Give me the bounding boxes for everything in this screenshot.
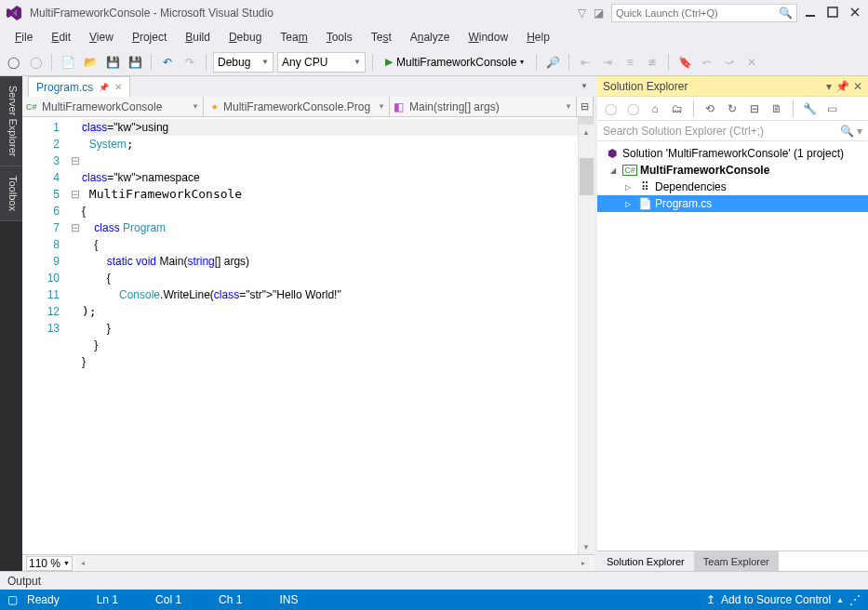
quick-launch-field[interactable] (616, 7, 779, 19)
find-combo[interactable]: 🔎 (543, 53, 562, 72)
scroll-up-arrow[interactable]: ▲ (579, 125, 594, 139)
close-button[interactable] (849, 7, 862, 20)
chevron-down-icon: ▼ (565, 102, 572, 111)
notifications-icon[interactable]: ▽ (578, 7, 586, 20)
indent-more-button[interactable]: ⇥ (598, 53, 617, 72)
vertical-scrollbar[interactable]: ▲ ▼ (578, 117, 594, 554)
window-controls (805, 7, 862, 20)
code-text[interactable]: class="kw">using System; class="kw">name… (82, 117, 578, 554)
show-all-files-button[interactable]: 🗎 (768, 99, 786, 118)
chevron-down-icon: ▼ (261, 58, 269, 66)
search-icon: 🔍 ▾ (840, 125, 862, 138)
collapse-icon[interactable]: ◢ (610, 166, 620, 175)
split-handle[interactable] (579, 117, 594, 125)
indent-less-button[interactable]: ⇤ (576, 53, 594, 72)
maximize-button[interactable] (827, 7, 840, 20)
uncomment-button[interactable]: ≢ (643, 53, 661, 72)
scroll-left-arrow[interactable]: ◂ (76, 556, 89, 571)
menu-edit[interactable]: Edit (44, 29, 78, 46)
navbar-scope[interactable]: 🔸 MultiFrameworkConsole.Prog ▼ (204, 97, 390, 116)
zoom-combo[interactable]: 110 % ▼ (26, 556, 73, 571)
nav-forward-button[interactable]: ◯ (26, 53, 45, 72)
menu-help[interactable]: Help (519, 29, 557, 46)
scroll-down-arrow[interactable]: ▼ (579, 539, 594, 554)
solution-tree[interactable]: ⬢ Solution 'MultiFrameworkConsole' (1 pr… (597, 141, 868, 550)
navbar-member[interactable]: ◧ Main(string[] args) ▼ (390, 97, 577, 116)
code-editor[interactable]: 12345678910111213 ⊟ ⊟ ⊟ class="kw">using… (22, 117, 594, 554)
undo-button[interactable]: ↶ (158, 53, 177, 72)
expand-icon[interactable]: ▷ (625, 200, 634, 208)
pin-icon[interactable]: 📌 (99, 83, 109, 92)
preview-button[interactable]: ▭ (822, 99, 841, 118)
minimize-button[interactable] (805, 7, 818, 20)
close-tab-button[interactable]: ✕ (114, 82, 122, 92)
output-panel-header[interactable]: Output (0, 571, 868, 590)
comment-button[interactable]: ≡ (621, 53, 639, 72)
feedback-icon[interactable]: ◪ (594, 7, 604, 20)
tree-node-dependencies[interactable]: ▷ ⠿ Dependencies (597, 179, 868, 195)
solution-icon: ⬢ (605, 147, 620, 160)
server-explorer-tab[interactable]: Server Explorer (0, 76, 22, 166)
horizontal-scrollbar[interactable]: ◂ ▸ (76, 556, 590, 571)
tab-team-explorer[interactable]: Team Explorer (694, 551, 779, 571)
new-project-button[interactable]: 📄 (59, 53, 77, 72)
clear-bookmarks-button[interactable]: ✕ (742, 53, 761, 72)
menu-project[interactable]: Project (125, 29, 174, 46)
menu-build[interactable]: Build (178, 29, 218, 46)
main-toolbar: ◯ ◯ 📄 📂 💾 💾 ↶ ↷ Debug▼ Any CPU▼ ▶ MultiF… (0, 48, 868, 76)
forward-button[interactable]: ◯ (623, 99, 642, 118)
platform-combo[interactable]: Any CPU▼ (277, 52, 366, 73)
document-tab-program[interactable]: Program.cs 📌 ✕ (28, 76, 130, 97)
tree-node-file-selected[interactable]: ▷ 📄 Program.cs (597, 195, 868, 212)
menu-tools[interactable]: Tools (319, 29, 360, 46)
sync-button[interactable]: ⟲ (701, 99, 719, 118)
navbar-project[interactable]: C# MultiFrameworkConsole ▼ (22, 97, 204, 116)
active-files-dropdown[interactable]: ▼ (575, 76, 594, 95)
tree-node-project[interactable]: ◢ C# MultiFrameworkConsole (597, 162, 868, 179)
next-bookmark-button[interactable]: ⤻ (720, 53, 739, 72)
menu-debug[interactable]: Debug (221, 29, 269, 46)
properties-button[interactable]: 🔧 (800, 99, 819, 118)
solution-search[interactable]: Search Solution Explorer (Ctrl+;) 🔍 ▾ (597, 121, 868, 141)
menu-window[interactable]: Window (461, 29, 515, 46)
zoom-value: 110 % (29, 557, 60, 570)
outline-margin[interactable]: ⊟ ⊟ ⊟ (69, 117, 82, 554)
configuration-combo[interactable]: Debug▼ (213, 52, 274, 73)
save-all-button[interactable]: 💾 (126, 53, 144, 72)
tab-solution-explorer[interactable]: Solution Explorer (597, 551, 694, 571)
save-button[interactable]: 💾 (103, 53, 122, 72)
start-debug-button[interactable]: ▶ MultiFrameworkConsole ▾ (380, 56, 529, 69)
panel-close-button[interactable]: ✕ (853, 80, 862, 93)
expand-icon[interactable]: ▷ (625, 183, 634, 192)
prev-bookmark-button[interactable]: ⤺ (698, 53, 716, 72)
separator (668, 54, 669, 71)
quick-launch-input[interactable]: 🔍 (611, 4, 797, 22)
menu-test[interactable]: Test (364, 29, 399, 46)
node-label: Solution 'MultiFrameworkConsole' (1 proj… (622, 147, 844, 160)
panel-menu-button[interactable]: ▾ (826, 80, 832, 93)
resize-grip-icon[interactable]: ⋰ (849, 593, 861, 606)
source-control-button[interactable]: Add to Source Control (721, 593, 831, 606)
scroll-right-arrow[interactable]: ▸ (577, 556, 590, 571)
toolbox-tab[interactable]: Toolbox (0, 166, 22, 221)
bookmark-button[interactable]: 🔖 (675, 53, 694, 72)
tree-node-solution[interactable]: ⬢ Solution 'MultiFrameworkConsole' (1 pr… (597, 145, 868, 162)
back-button[interactable]: ◯ (601, 99, 620, 118)
scroll-thumb[interactable] (580, 158, 594, 195)
collapse-all-button[interactable]: ⊟ (745, 99, 764, 118)
status-ins: INS (279, 593, 298, 606)
menu-file[interactable]: File (7, 29, 40, 46)
open-file-button[interactable]: 📂 (81, 53, 100, 72)
panel-pin-button[interactable]: 📌 (835, 80, 849, 93)
refresh-button[interactable]: ↻ (723, 99, 741, 118)
scope-dropdown[interactable]: 🗂 (668, 99, 687, 118)
menu-view[interactable]: View (82, 29, 121, 46)
nav-back-button[interactable]: ◯ (4, 53, 22, 72)
method-icon: ◧ (394, 100, 407, 113)
home-button[interactable]: ⌂ (646, 99, 664, 118)
redo-button[interactable]: ↷ (180, 53, 199, 72)
menu-analyze[interactable]: Analyze (403, 29, 458, 46)
split-editor-button[interactable]: ⊟ (577, 97, 594, 116)
menu-team[interactable]: Team (273, 29, 314, 46)
publish-icon[interactable]: ↥ (706, 593, 715, 606)
